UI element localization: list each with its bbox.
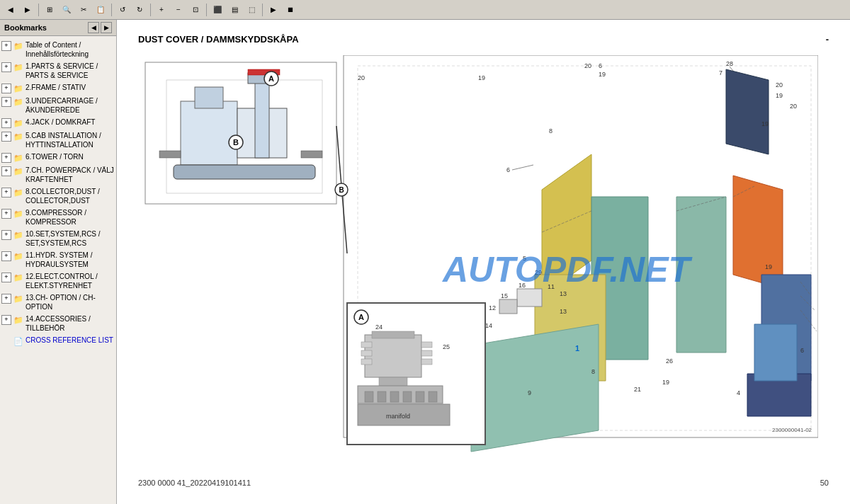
ch-option-toggle[interactable]: +	[1, 294, 11, 304]
sidebar-item-set-system[interactable]: + 📁 10.SET,SYSTEM,RCS / SET,SYSTEM,RCS	[1, 228, 115, 249]
undercarriage-toggle[interactable]: +	[1, 97, 11, 107]
set-system-toggle[interactable]: +	[1, 230, 11, 240]
svg-text:20: 20	[584, 62, 591, 69]
svg-rect-82	[365, 335, 421, 377]
sidebar-expand-btn[interactable]: ▶	[101, 22, 112, 33]
cab-label: 5.CAB INSTALLATION / HYTTINSTALLATION	[26, 131, 115, 149]
frame-toggle[interactable]: +	[1, 84, 11, 93]
sidebar-item-cab[interactable]: + 📁 5.CAB INSTALLATION / HYTTINSTALLATIO…	[1, 130, 115, 151]
sidebar-title: Bookmarks	[4, 23, 47, 32]
compressor-toggle[interactable]: +	[1, 209, 11, 219]
svg-rect-3	[195, 87, 223, 108]
svg-rect-90	[421, 359, 432, 365]
hydr-icon: 📁	[13, 251, 23, 261]
svg-text:4: 4	[737, 389, 740, 396]
toc-label: Table of Content / Innehållsförteckning	[26, 40, 115, 59]
toolbar-separator-1	[38, 4, 39, 16]
sidebar-item-jack[interactable]: + 📁 4.JACK / DOMKRAFT	[1, 116, 115, 130]
svg-text:13: 13	[560, 290, 567, 297]
hydr-toggle[interactable]: +	[1, 251, 11, 261]
svg-rect-89	[421, 350, 432, 356]
sidebar-item-frame[interactable]: + 📁 2.FRAME / STATIV	[1, 81, 115, 95]
page-title: DUST COVER / DAMMSKYDDSKÅPA -	[138, 34, 829, 45]
toolbar-btn-3[interactable]: ✂	[76, 2, 91, 18]
toc-toggle[interactable]: +	[1, 41, 11, 51]
svg-rect-96	[390, 391, 399, 402]
cab-toggle[interactable]: +	[1, 132, 11, 142]
fit-button[interactable]: ⊡	[188, 2, 203, 18]
svg-text:8: 8	[591, 368, 595, 375]
cross-ref-icon: 📄	[13, 336, 23, 346]
sidebar-item-powerpack[interactable]: + 📁 7.CH. POWERPACK / VÄLJ KRAFTENHET	[1, 164, 115, 185]
page-footer: 2300 0000 41_20220419101411 50	[138, 479, 829, 487]
toolbar-btn-8[interactable]: ▤	[227, 2, 242, 18]
svg-text:19: 19	[662, 379, 669, 386]
collector-toggle[interactable]: +	[1, 188, 11, 197]
parts-label: 1.PARTS & SERVICE / PARTS & SERVICE	[26, 62, 115, 80]
tower-toggle[interactable]: +	[1, 153, 11, 163]
toolbar-btn-4[interactable]: 📋	[93, 2, 108, 18]
svg-text:14: 14	[485, 322, 492, 329]
zoom-out-button[interactable]: −	[171, 2, 186, 18]
svg-text:19: 19	[776, 92, 783, 99]
sidebar-tree: + 📁 Table of Content / Innehållsförteckn…	[0, 36, 116, 504]
toolbar-btn-7[interactable]: ⬛	[210, 2, 225, 18]
toolbar-btn-9[interactable]: ⬚	[244, 2, 259, 18]
collector-icon: 📁	[13, 188, 23, 197]
svg-text:A: A	[268, 74, 274, 83]
main-diagram: A B 7 28 20 20 20 19 19 1	[138, 55, 818, 473]
accessories-icon: 📁	[13, 315, 23, 325]
powerpack-toggle[interactable]: +	[1, 166, 11, 176]
part-28-label: 28	[726, 60, 733, 67]
svg-text:19: 19	[599, 71, 606, 78]
toolbar-btn-6[interactable]: ↻	[132, 2, 147, 18]
svg-marker-30	[733, 176, 783, 289]
elect-toggle[interactable]: +	[1, 273, 11, 282]
svg-text:21: 21	[634, 386, 641, 393]
svg-rect-88	[421, 342, 432, 348]
accessories-toggle[interactable]: +	[1, 315, 11, 325]
cross-ref-label: CROSS REFERENCE LIST	[26, 336, 113, 345]
toolbar-separator-5	[262, 4, 263, 16]
sidebar-collapse-btn[interactable]: ◀	[88, 22, 99, 33]
elect-icon: 📁	[13, 273, 23, 282]
toolbar-btn-11[interactable]: ⏹	[283, 2, 298, 18]
toolbar-btn-1[interactable]: ⊞	[42, 2, 57, 18]
forward-button[interactable]: ▶	[20, 2, 35, 18]
toolbar: ◀ ▶ ⊞ 🔍 ✂ 📋 ↺ ↻ + − ⊡ ⬛ ▤ ⬚ ▶ ⏹	[0, 0, 850, 20]
svg-text:20: 20	[358, 74, 365, 81]
toolbar-btn-2[interactable]: 🔍	[59, 2, 74, 18]
svg-rect-98	[416, 391, 424, 402]
toolbar-btn-5[interactable]: ↺	[115, 2, 130, 18]
hydr-label: 11.HYDR. SYSTEM / HYDRAULSYSTEM	[26, 251, 115, 269]
jack-toggle[interactable]: +	[1, 118, 11, 128]
powerpack-label: 7.CH. POWERPACK / VÄLJ KRAFTENHET	[26, 166, 115, 184]
frame-icon: 📁	[13, 84, 23, 93]
elect-label: 12.ELECT.CONTROL / ELEKT.STYRENHET	[26, 272, 115, 290]
jack-label: 4.JACK / DOMKRAFT	[26, 118, 95, 127]
sidebar-item-toc[interactable]: + 📁 Table of Content / Innehållsförteckn…	[1, 39, 115, 60]
accessories-label: 14.ACCESSORIES / TILLBEHÖR	[26, 314, 115, 333]
undercarriage-icon: 📁	[13, 97, 23, 107]
sidebar-item-accessories[interactable]: + 📁 14.ACCESSORIES / TILLBEHÖR	[1, 313, 115, 334]
sidebar-item-parts[interactable]: + 📁 1.PARTS & SERVICE / PARTS & SERVICE	[1, 60, 115, 81]
svg-text:26: 26	[666, 357, 673, 365]
sidebar-item-tower[interactable]: + 📁 6.TOWER / TORN	[1, 151, 115, 164]
svg-text:2300000041-02: 2300000041-02	[772, 427, 812, 433]
sidebar-item-hydr[interactable]: + 📁 11.HYDR. SYSTEM / HYDRAULSYSTEM	[1, 249, 115, 270]
sidebar-item-cross-reference[interactable]: + 📄 CROSS REFERENCE LIST	[1, 334, 115, 348]
sidebar-item-ch-option[interactable]: + 📁 13.CH- OPTION / CH- OPTION	[1, 292, 115, 313]
sidebar-header-btns: ◀ ▶	[88, 22, 112, 33]
parts-toggle[interactable]: +	[1, 62, 11, 72]
sidebar-item-elect[interactable]: + 📁 12.ELECT.CONTROL / ELEKT.STYRENHET	[1, 270, 115, 292]
svg-rect-47	[499, 299, 517, 314]
zoom-in-button[interactable]: +	[154, 2, 169, 18]
back-button[interactable]: ◀	[3, 2, 18, 18]
sidebar-item-compressor[interactable]: + 📁 9.COMPRESSOR / KOMPRESSOR	[1, 207, 115, 228]
svg-rect-45	[517, 289, 542, 307]
sidebar-item-undercarriage[interactable]: + 📁 3.UNDERCARRIAGE / ÄKUNDERREDE	[1, 95, 115, 116]
toolbar-btn-10[interactable]: ▶	[266, 2, 281, 18]
svg-text:19: 19	[478, 74, 485, 81]
ch-option-icon: 📁	[13, 294, 23, 304]
sidebar-item-collector[interactable]: + 📁 8.COLLECTOR,DUST / COLLECTOR,DUST	[1, 185, 115, 207]
